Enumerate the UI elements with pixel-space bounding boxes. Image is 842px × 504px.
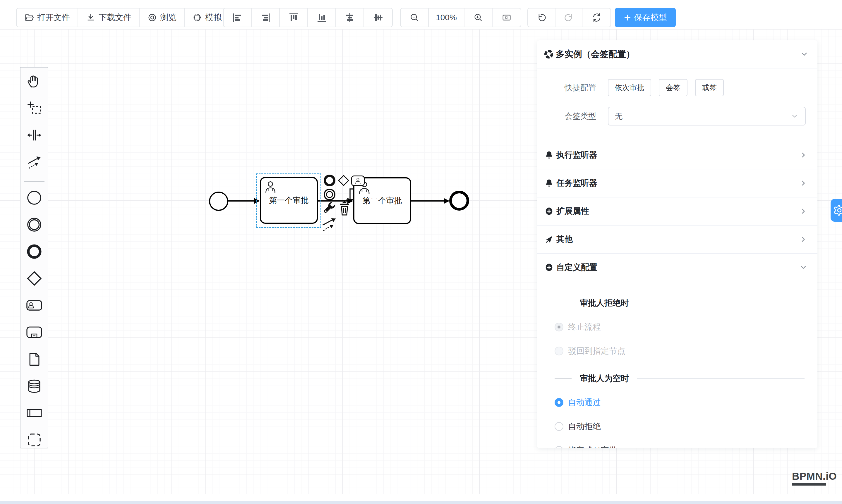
radio-auto-pass[interactable]: 自动通过 <box>537 397 818 408</box>
align-bottom-button[interactable] <box>308 8 336 26</box>
bell-icon <box>545 151 554 159</box>
align-right-button[interactable] <box>252 8 280 26</box>
section-label: 自定义配置 <box>556 262 799 273</box>
quick-config-row: 快捷配置 依次审批 会签 或签 <box>537 79 818 96</box>
section-label: 扩展属性 <box>556 205 799 217</box>
zoom-in-button[interactable] <box>464 8 493 26</box>
quick-config-orsign-button[interactable]: 或签 <box>695 79 724 96</box>
change-type-wrench-icon[interactable] <box>322 202 336 215</box>
create-user-task[interactable] <box>26 297 43 314</box>
chevron-right-icon <box>799 207 807 215</box>
hand-tool[interactable] <box>26 73 43 90</box>
align-top-button[interactable] <box>280 8 308 26</box>
create-participant[interactable] <box>26 404 43 421</box>
radio-unchecked[interactable] <box>555 422 563 431</box>
align-button-group <box>223 8 393 27</box>
radio-unchecked[interactable] <box>555 446 563 448</box>
refresh-button[interactable] <box>583 8 611 26</box>
gateway-icon <box>26 270 42 287</box>
lasso-tool[interactable] <box>26 100 43 117</box>
zoom-reset-button[interactable] <box>493 8 521 26</box>
space-tool[interactable] <box>26 127 43 144</box>
quick-config-countersign-button[interactable]: 会签 <box>659 79 687 96</box>
append-intermediate-event-icon[interactable] <box>324 189 335 200</box>
preview-eye-icon <box>147 13 157 22</box>
chevron-down-icon <box>799 263 807 271</box>
panel-title: 多实例（会签配置） <box>556 48 800 60</box>
radio-checked[interactable] <box>555 398 563 407</box>
reject-title: 审批人拒绝时 <box>580 298 629 309</box>
sequence-flow-arrowhead <box>254 198 260 204</box>
user-task-node-1[interactable]: 第一个审批 <box>260 177 318 224</box>
radio-terminate-process: 终止流程 <box>537 322 818 332</box>
sequence-flow[interactable] <box>411 200 444 201</box>
send-icon <box>545 235 554 244</box>
global-connect-tool[interactable] <box>26 154 43 170</box>
section-task-listener[interactable]: 任务监听器 <box>537 169 818 197</box>
zoom-level-display[interactable]: 100% <box>429 8 464 26</box>
end-event-node[interactable] <box>449 191 469 211</box>
zoom-out-icon <box>409 13 419 22</box>
section-custom-config[interactable]: 自定义配置 <box>537 253 818 281</box>
panel-header[interactable]: 多实例（会签配置） <box>537 40 818 69</box>
radio-assign-member[interactable]: 指定成员审批 <box>537 445 818 448</box>
undo-button[interactable] <box>528 8 556 26</box>
create-group[interactable] <box>26 431 43 448</box>
create-data-object[interactable] <box>26 351 43 368</box>
append-end-event-icon[interactable] <box>324 175 335 186</box>
task-label: 第二个审批 <box>363 195 402 206</box>
create-end-event[interactable] <box>26 243 43 260</box>
align-top-icon <box>288 12 299 23</box>
zoom-out-button[interactable] <box>401 8 429 26</box>
chevron-down-icon <box>790 112 799 120</box>
sequence-flow-arrowhead <box>444 198 450 204</box>
download-file-button[interactable]: 下载文件 <box>78 8 140 26</box>
open-file-button[interactable]: 打开文件 <box>17 8 78 26</box>
bpmn-io-watermark[interactable]: BPMN.iO <box>792 470 837 486</box>
zoom-reset-icon <box>502 13 512 22</box>
align-center-horizontal-button[interactable] <box>336 8 364 26</box>
section-other[interactable]: 其他 <box>537 225 818 253</box>
append-text-annotation-icon[interactable] <box>343 186 358 202</box>
delete-trash-icon[interactable] <box>338 201 351 216</box>
reject-title-row: 审批人拒绝时 <box>537 298 818 309</box>
sign-type-row: 会签类型 无 <box>537 107 818 125</box>
task-label: 第一个审批 <box>269 195 309 205</box>
space-tool-icon <box>27 128 41 142</box>
create-subprocess[interactable] <box>26 324 43 341</box>
align-left-button[interactable] <box>224 8 252 26</box>
create-gateway[interactable] <box>26 270 43 287</box>
preview-button[interactable]: 浏览 <box>140 8 185 26</box>
simulate-button[interactable]: 模拟 <box>185 8 229 26</box>
sign-type-select[interactable]: 无 <box>608 107 806 125</box>
create-start-event[interactable] <box>26 189 43 206</box>
global-connect-icon <box>27 155 41 169</box>
download-icon <box>86 13 96 22</box>
sign-type-value: 无 <box>615 111 790 121</box>
append-user-task-icon[interactable] <box>351 176 365 186</box>
save-model-button[interactable]: 保存模型 <box>615 8 676 27</box>
bell-icon <box>545 179 554 187</box>
align-center-vertical-button[interactable] <box>364 8 392 26</box>
section-execution-listener[interactable]: 执行监听器 <box>537 141 818 169</box>
simulate-label: 模拟 <box>205 12 222 23</box>
section-extension-properties[interactable]: 扩展属性 <box>537 197 818 225</box>
align-center-horizontal-icon <box>345 12 355 23</box>
chevron-down-icon[interactable] <box>800 50 809 58</box>
radio-return-to-node: 驳回到指定节点 <box>537 345 818 357</box>
zoom-button-group: 100% <box>400 8 521 27</box>
create-intermediate-event[interactable] <box>26 216 43 233</box>
redo-button[interactable] <box>556 8 583 26</box>
create-data-store[interactable] <box>26 378 43 395</box>
quick-config-sequential-button[interactable]: 依次审批 <box>608 79 651 96</box>
panel-toggle-button[interactable] <box>830 199 842 222</box>
align-bottom-icon <box>316 12 327 23</box>
horizontal-scrollbar[interactable] <box>0 501 842 504</box>
append-gateway-icon[interactable] <box>337 174 351 187</box>
connect-tool-icon[interactable] <box>321 216 337 232</box>
plus-icon <box>624 14 631 21</box>
sequence-flow[interactable] <box>228 200 255 201</box>
start-event-node[interactable] <box>209 192 228 211</box>
radio-auto-reject[interactable]: 自动拒绝 <box>537 421 818 432</box>
refresh-icon <box>592 12 602 23</box>
